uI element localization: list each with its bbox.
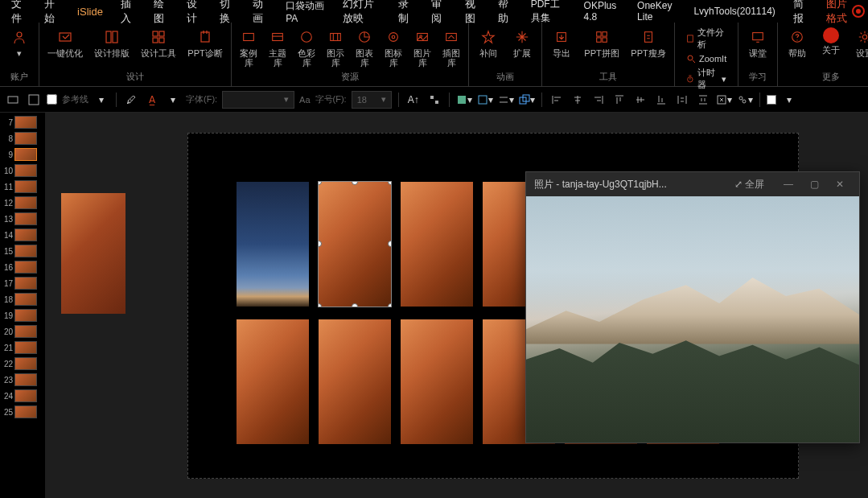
slide-thumb-14[interactable]: 14 [2, 228, 43, 241]
maximize-button[interactable]: ▢ [803, 176, 825, 192]
close-button[interactable]: ✕ [829, 176, 851, 192]
zoomit-button[interactable]: ZoomIt [681, 53, 731, 64]
align-middle-button[interactable] [632, 92, 648, 108]
ppt-montage-button[interactable]: PPT拼图 [579, 26, 624, 69]
slide-thumb-16[interactable]: 16 [2, 261, 43, 274]
align-right-button[interactable] [590, 92, 607, 108]
guides-checkbox[interactable] [47, 94, 57, 105]
slide-thumb-11[interactable]: 11 [2, 180, 43, 193]
export-button[interactable]: 导出 [545, 26, 578, 69]
pen-button[interactable]: 🖊 [123, 92, 139, 108]
resize-handle-br[interactable] [388, 303, 391, 307]
fontsize-field[interactable]: 18▾ [352, 91, 392, 109]
tween-button[interactable]: 补间 [472, 26, 504, 69]
distribute-v-button[interactable] [695, 92, 711, 108]
account-button[interactable]: ▾ [3, 26, 35, 69]
slide-thumb-20[interactable]: 20 [2, 325, 43, 338]
photo-preview-popup[interactable]: 照片 - tanja-tay-Ug3QT1qjbH... ⤢ 全屏 — ▢ ✕ [525, 171, 860, 443]
slide-thumb-18[interactable]: 18 [2, 293, 43, 306]
diagnose-button[interactable]: PPT诊断 [183, 26, 228, 69]
snap-button[interactable]: ▾ [716, 92, 732, 108]
optimize-button[interactable]: 一键优化 [43, 26, 88, 69]
grid-image-7[interactable] [237, 319, 309, 444]
ppt-slim-button[interactable]: PPT瘦身 [626, 26, 671, 69]
grid-image-1[interactable] [237, 182, 309, 307]
link-button[interactable]: ▾ [737, 92, 753, 108]
menu-lvyhtools[interactable]: LvyhTools(201114) [685, 2, 783, 20]
slide-thumb-24[interactable]: 24 [2, 389, 43, 402]
align-left-button[interactable] [549, 92, 565, 108]
increase-font-button[interactable]: A↑ [405, 92, 422, 108]
shape-effect-button[interactable]: ▾ [498, 92, 514, 108]
font-field[interactable]: ▾ [222, 91, 294, 109]
slide-thumb-23[interactable]: 23 [2, 373, 43, 386]
extend-button[interactable]: 扩展 [506, 26, 538, 69]
about-button[interactable]: 关于 [815, 26, 847, 69]
resize-handle-tm[interactable] [352, 182, 358, 185]
align-bottom-button[interactable] [653, 92, 669, 108]
slide-thumb-25[interactable]: 25 [2, 405, 43, 418]
shape-fill-button[interactable]: ▾ [456, 92, 472, 108]
settings-button[interactable]: 设置 [849, 26, 868, 69]
theme-lib-button[interactable]: 主题库 [264, 26, 291, 69]
popup-titlebar[interactable]: 照片 - tanja-tay-Ug3QT1qjbH... ⤢ 全屏 — ▢ ✕ [526, 172, 859, 196]
slide-thumb-13[interactable]: 13 [2, 212, 43, 225]
arrange-button[interactable]: ▾ [519, 92, 535, 108]
grid-image-2-selected[interactable] [319, 182, 391, 307]
minimize-button[interactable]: — [777, 176, 800, 192]
thumb-number: 19 [2, 311, 13, 320]
icon-lib-button[interactable]: 图标库 [380, 26, 407, 69]
resize-handle-bm[interactable] [352, 303, 358, 307]
svg-point-0 [17, 32, 22, 37]
slide-thumb-19[interactable]: 19 [2, 309, 43, 322]
image-lib-button[interactable]: 图片库 [409, 26, 436, 69]
layout-button[interactable]: 设计排版 [89, 26, 134, 69]
resize-handle-tl[interactable] [319, 182, 322, 185]
slide-thumb-22[interactable]: 22 [2, 357, 43, 370]
diagram-lib-button[interactable]: 图示库 [322, 26, 349, 69]
fullscreen-button[interactable]: ⤢ 全屏 [730, 178, 769, 191]
grid-image-8[interactable] [319, 319, 391, 444]
slide-thumb-7[interactable]: 7 [2, 116, 43, 129]
slide-thumb-10[interactable]: 10 [2, 164, 43, 177]
slide-thumb-17[interactable]: 17 [2, 277, 43, 290]
resize-handle-ml[interactable] [319, 241, 322, 247]
slide-thumbnail-panel[interactable]: 78910111213141516171819202122232425 [0, 113, 45, 498]
thumb-number: 13 [2, 215, 13, 224]
classroom-button[interactable]: 课堂 [742, 26, 774, 69]
color-lib-button[interactable]: 色彩库 [293, 26, 320, 69]
chart-lib-button[interactable]: 图表库 [351, 26, 378, 69]
guide-menu-button[interactable]: ▾ [93, 92, 109, 108]
resize-handle-tr[interactable] [388, 182, 391, 185]
slide-thumb-12[interactable]: 12 [2, 196, 43, 209]
align-top-button[interactable] [611, 92, 627, 108]
slide-thumb-9[interactable]: 9 [2, 148, 43, 161]
case-lib-button[interactable]: 案例库 [235, 26, 262, 69]
menu-islide[interactable]: iSlide [69, 2, 111, 21]
color-menu[interactable]: ▾ [781, 92, 797, 108]
textcolor-button[interactable]: A̲ [144, 92, 160, 108]
resize-handle-bl[interactable] [319, 303, 322, 307]
textcolor-menu[interactable]: ▾ [165, 92, 181, 108]
slide-view-button[interactable] [5, 92, 21, 108]
outline-view-button[interactable] [26, 92, 42, 108]
record-icon[interactable] [852, 5, 865, 18]
file-analysis-button[interactable]: 文件分析 [681, 26, 731, 51]
resize-handle-mr[interactable] [388, 241, 391, 247]
color-swatch[interactable] [767, 95, 776, 105]
slide-thumb-8[interactable]: 8 [2, 132, 43, 145]
format-painter-button[interactable] [426, 92, 442, 108]
svg-rect-4 [153, 31, 158, 36]
align-center-button[interactable] [570, 92, 586, 108]
slide-thumb-15[interactable]: 15 [2, 245, 43, 257]
distribute-h-button[interactable] [674, 92, 690, 108]
grid-image-3[interactable] [401, 182, 473, 307]
grid-image-9[interactable] [401, 319, 473, 444]
timer-button[interactable]: 计时器 ▾ [681, 66, 731, 92]
font-case-button[interactable]: Aa [299, 95, 310, 105]
slide-thumb-21[interactable]: 21 [2, 341, 43, 354]
shape-outline-button[interactable]: ▾ [477, 92, 493, 108]
help-button[interactable]: 帮助 [781, 26, 813, 69]
design-tools-button[interactable]: 设计工具 [136, 26, 181, 69]
illustration-lib-button[interactable]: 插图库 [438, 26, 465, 69]
